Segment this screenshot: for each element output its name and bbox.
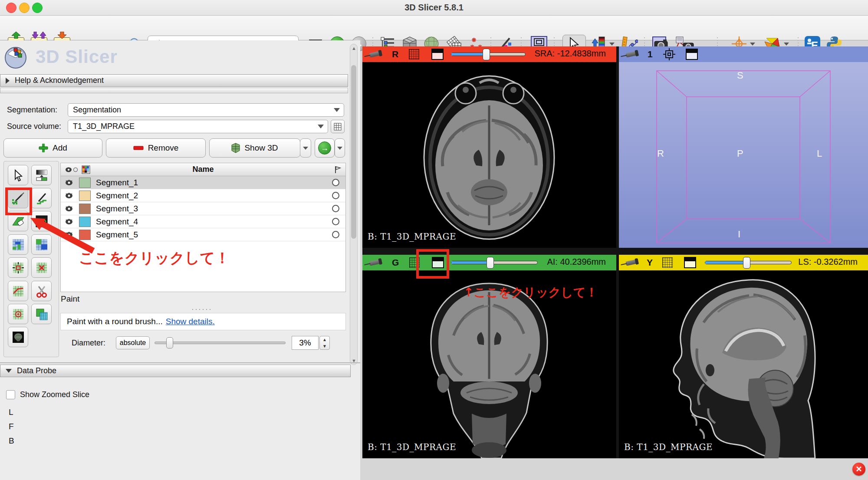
paint-resize-grip[interactable]: [191, 309, 211, 310]
yellow-slice-view[interactable]: Y LS: -0.3262mm: [619, 255, 868, 458]
help-acknowledgement-header[interactable]: Help & Acknowledgement: [0, 74, 348, 87]
segment-name[interactable]: Segment_3: [96, 204, 332, 214]
yellow-slice-slider[interactable]: [705, 261, 792, 264]
segment-name[interactable]: Segment_4: [96, 217, 332, 227]
name-column-header: Name: [61, 165, 345, 174]
yellow-view-controller-bar: Y LS: -0.3262mm: [619, 255, 868, 270]
diameter-spinner[interactable]: ▲▼: [319, 336, 330, 350]
probe-line-l: L: [9, 408, 13, 417]
logical-operators-icon: [35, 308, 48, 321]
effect-mask-volume-button[interactable]: [8, 327, 28, 347]
segment-color-swatch[interactable]: [79, 178, 91, 188]
effect-islands-button[interactable]: [8, 304, 28, 324]
threed-view[interactable]: 1 S R P L I: [619, 46, 868, 248]
slider-knob[interactable]: [743, 257, 750, 269]
show-3d-dropdown[interactable]: [300, 138, 311, 158]
close-notification-button[interactable]: ✕: [852, 463, 865, 476]
cursor-effect-icon: [13, 169, 23, 181]
collapsed-section-strip: [0, 88, 348, 93]
remove-segment-button[interactable]: Remove: [106, 138, 206, 158]
annotation-box-maximize-icon: [416, 249, 449, 279]
diameter-slider[interactable]: [155, 342, 286, 344]
effect-scissors-button[interactable]: [31, 281, 52, 301]
segment-name[interactable]: Segment_1: [96, 178, 332, 187]
view-maximize-icon[interactable]: [431, 49, 444, 60]
window-title: 3D Slicer 5.8.1: [0, 3, 868, 13]
islands-icon: [12, 308, 25, 321]
diameter-slider-handle[interactable]: [166, 337, 173, 348]
show-zoomed-slice-label: Show Zoomed Slice: [20, 390, 89, 399]
slice-composite-grid-icon[interactable]: [409, 49, 419, 59]
spin-down-icon[interactable]: ▼: [322, 344, 327, 348]
green-slice-offset: AI: 40.2396mm: [547, 257, 606, 267]
red-slice-slider[interactable]: [451, 53, 526, 56]
red-view-volume-label: B: T1_3D_MPRAGE: [368, 231, 456, 242]
scissors-icon: [35, 285, 48, 298]
chevron-down-icon: [750, 43, 755, 46]
view-maximize-icon[interactable]: [686, 49, 698, 60]
show-zoomed-slice-checkbox[interactable]: [6, 390, 15, 399]
segment-status-circle[interactable]: [332, 179, 339, 186]
purple-arrows: [32, 32, 46, 39]
sagittal-slice-image[interactable]: B: T1_3D_MPRAGE: [619, 270, 868, 458]
effect-logical-operators-button[interactable]: [31, 304, 52, 324]
diameter-value-spinbox[interactable]: 3%: [292, 336, 319, 350]
segment-table-header: Name: [61, 163, 345, 176]
segment-row[interactable]: Segment_1: [61, 176, 345, 189]
panel-divider: [0, 362, 360, 363]
segment-name[interactable]: Segment_2: [96, 191, 332, 201]
orientation-cube-wireframe: [619, 62, 868, 248]
segment-status-circle[interactable]: [332, 218, 339, 225]
spin-up-icon[interactable]: ▲: [322, 337, 327, 342]
green-up-arrow: [12, 32, 20, 39]
geometry-grid-icon: [334, 123, 342, 131]
green-view-volume-label: B: T1_3D_MPRAGE: [368, 442, 456, 452]
add-segment-button[interactable]: Add: [3, 138, 102, 158]
apply-dropdown[interactable]: [335, 138, 345, 158]
panel-scrollbar[interactable]: ▲ ▼: [350, 44, 358, 365]
slicer-logo-text: 3D Slicer: [36, 46, 118, 67]
red-slice-view[interactable]: R SRA: -12.4838mm: [362, 46, 616, 248]
visibility-eye-icon[interactable]: [65, 192, 73, 199]
show-details-link[interactable]: Show details.: [166, 317, 215, 326]
slicer-logo-row: 3D Slicer: [3, 45, 118, 69]
pin-icon[interactable]: [625, 51, 638, 57]
show-3d-label: Show 3D: [244, 143, 278, 153]
pin-icon[interactable]: [625, 259, 638, 266]
segment-color-swatch[interactable]: [79, 191, 91, 201]
slider-knob[interactable]: [483, 49, 490, 60]
pin-icon[interactable]: [369, 259, 381, 266]
slider-fill: [451, 261, 490, 264]
diameter-label: Diameter:: [72, 339, 105, 348]
green-cube-icon: [231, 143, 240, 153]
effect-threshold-button[interactable]: [31, 165, 52, 185]
view-maximize-icon[interactable]: [684, 257, 696, 268]
slider-knob[interactable]: [487, 257, 494, 269]
specify-geometry-button[interactable]: [331, 120, 345, 133]
center-3d-view-icon[interactable]: [663, 48, 675, 60]
effect-hollow-button[interactable]: [8, 281, 28, 301]
threed-render-area[interactable]: S R P L I: [619, 62, 868, 248]
red-minus-icon: [133, 146, 144, 150]
segment-status-circle[interactable]: [332, 205, 339, 212]
segment-name[interactable]: Segment_5: [96, 230, 332, 240]
diameter-mode-button[interactable]: absolute: [116, 336, 150, 349]
segment-status-circle[interactable]: [332, 192, 339, 199]
axial-slice-image[interactable]: B: T1_3D_MPRAGE: [362, 62, 616, 248]
data-probe-header[interactable]: Data Probe: [0, 365, 351, 377]
scroll-up-icon[interactable]: ▲: [352, 46, 356, 51]
green-slice-slider[interactable]: [451, 261, 538, 264]
slicer-logo-icon: [3, 45, 28, 69]
effect-description-text: Paint with a round brush...: [67, 317, 163, 326]
slice-composite-grid-icon[interactable]: [662, 257, 673, 268]
visibility-eye-icon[interactable]: [65, 179, 73, 186]
effect-none-button[interactable]: [8, 165, 28, 185]
apply-threshold-button[interactable]: →: [315, 138, 335, 158]
help-acknowledgement-label: Help & Acknowledgement: [15, 76, 104, 85]
source-volume-combobox[interactable]: T1_3D_MPRAGE: [68, 120, 328, 133]
scrollbar-thumb[interactable]: [351, 65, 356, 239]
pin-icon[interactable]: [369, 51, 381, 57]
segmentation-combobox[interactable]: Segmentation: [68, 103, 344, 117]
show-3d-button[interactable]: Show 3D: [209, 138, 300, 158]
segment-status-circle[interactable]: [332, 231, 339, 238]
